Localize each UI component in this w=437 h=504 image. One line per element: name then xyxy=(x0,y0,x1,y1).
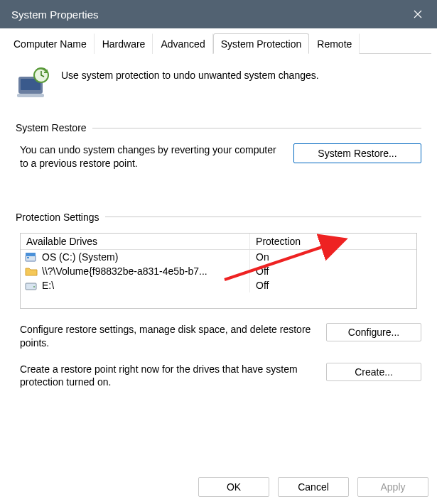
create-button[interactable]: Create... xyxy=(326,363,421,381)
restore-description: You can undo system changes by reverting… xyxy=(16,143,284,170)
table-row[interactable]: \\?\Volume{f98832be-a831-4e5b-b7... Off xyxy=(21,264,416,278)
system-protection-icon xyxy=(16,67,51,101)
cancel-button[interactable]: Cancel xyxy=(278,477,349,497)
svg-rect-6 xyxy=(27,257,29,258)
drive-protection: Off xyxy=(250,264,416,278)
table-row[interactable]: OS (C:) (System) On xyxy=(21,250,416,264)
group-header-protection: Protection Settings xyxy=(16,212,421,223)
configure-description: Configure restore settings, manage disk … xyxy=(16,323,316,350)
protection-settings-group: Protection Settings Available Drives Pro… xyxy=(16,212,421,390)
folder-icon xyxy=(25,265,38,277)
create-description: Create a restore point right now for the… xyxy=(16,363,316,390)
tab-remote[interactable]: Remote xyxy=(309,33,360,54)
intro-section: Use system protection to undo unwanted s… xyxy=(16,67,421,101)
dialog-body: Computer Name Hardware Advanced System P… xyxy=(0,28,437,503)
titlebar: System Properties xyxy=(0,0,437,28)
divider xyxy=(105,217,421,217)
svg-rect-2 xyxy=(17,94,44,97)
close-button[interactable] xyxy=(399,0,437,28)
intro-text: Use system protection to undo unwanted s… xyxy=(61,67,319,81)
column-header-protection[interactable]: Protection xyxy=(250,234,416,249)
drive-label: E:\ xyxy=(42,280,54,291)
drives-table: Available Drives Protection OS (C:) (Sys… xyxy=(20,233,417,309)
group-title-restore: System Restore xyxy=(16,122,87,133)
system-restore-button[interactable]: System Restore... xyxy=(293,143,421,163)
table-row[interactable]: E:\ Off xyxy=(21,278,416,292)
drive-protection: On xyxy=(250,250,416,264)
tab-panel-system-protection: Use system protection to undo unwanted s… xyxy=(6,54,431,464)
group-title-protection: Protection Settings xyxy=(16,212,99,223)
configure-button[interactable]: Configure... xyxy=(326,323,421,341)
dialog-footer: OK Cancel Apply xyxy=(198,477,428,497)
drive-protection: Off xyxy=(250,278,416,292)
tab-bar: Computer Name Hardware Advanced System P… xyxy=(6,33,431,54)
drive-os-icon xyxy=(25,251,38,263)
drive-icon xyxy=(25,280,38,291)
tab-advanced[interactable]: Advanced xyxy=(153,33,212,54)
system-restore-group: System Restore You can undo system chang… xyxy=(16,122,421,170)
divider xyxy=(92,128,421,128)
close-icon xyxy=(414,10,422,18)
column-header-drives[interactable]: Available Drives xyxy=(21,234,250,249)
tab-system-protection[interactable]: System Protection xyxy=(213,33,310,54)
drives-table-body: OS (C:) (System) On \\?\Volume{f98832be-… xyxy=(21,250,416,308)
drive-label: \\?\Volume{f98832be-a831-4e5b-b7... xyxy=(42,265,207,277)
drives-table-header: Available Drives Protection xyxy=(21,234,416,250)
drive-label: OS (C:) (System) xyxy=(42,251,118,263)
svg-rect-5 xyxy=(26,253,36,256)
window-title: System Properties xyxy=(11,9,99,21)
ok-button[interactable]: OK xyxy=(198,477,269,497)
tab-hardware[interactable]: Hardware xyxy=(95,33,153,54)
tab-computer-name[interactable]: Computer Name xyxy=(6,33,95,54)
apply-button[interactable]: Apply xyxy=(357,477,428,497)
group-header-restore: System Restore xyxy=(16,122,421,133)
svg-point-8 xyxy=(33,286,35,287)
